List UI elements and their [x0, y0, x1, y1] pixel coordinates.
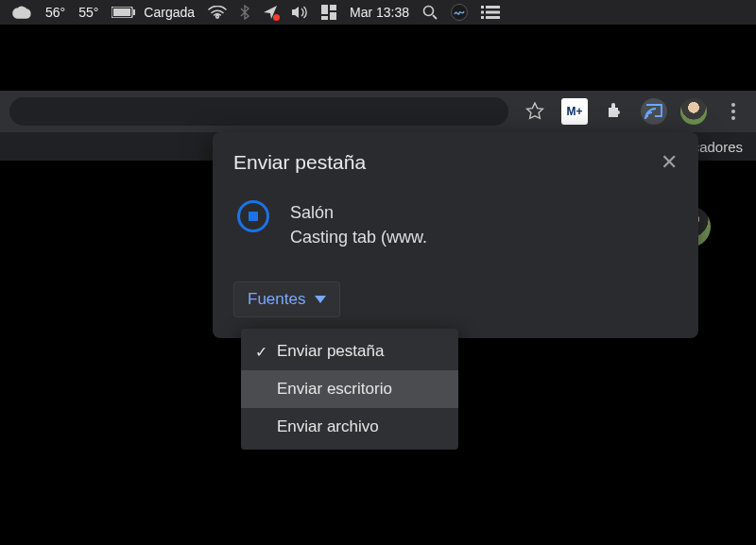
creative-cloud-icon[interactable] [11, 6, 32, 19]
check-icon: ✓ [252, 343, 269, 361]
svg-rect-3 [321, 5, 328, 14]
sources-label: Fuentes [248, 290, 305, 309]
bluetooth-icon[interactable] [240, 5, 249, 20]
movistar-ext-icon[interactable]: M+ [561, 98, 588, 125]
volume-icon[interactable] [291, 6, 308, 19]
sources-button[interactable]: Fuentes [233, 281, 340, 317]
close-icon[interactable]: ✕ [661, 152, 678, 173]
cast-device-row[interactable]: Salón Casting tab (www. [237, 200, 678, 249]
svg-rect-13 [486, 11, 500, 14]
svg-rect-6 [321, 16, 328, 20]
cast-icon[interactable] [641, 98, 667, 125]
svg-rect-14 [481, 16, 484, 19]
svg-rect-2 [133, 9, 135, 15]
kebab-menu-icon[interactable] [720, 98, 747, 125]
spotlight-icon[interactable] [422, 5, 438, 20]
source-option-label: Enviar archivo [277, 417, 379, 436]
location-icon[interactable] [263, 5, 278, 20]
battery-status[interactable]: Cargada [112, 5, 195, 20]
profile-avatar[interactable] [680, 98, 707, 125]
svg-line-8 [433, 15, 437, 19]
source-option-file[interactable]: Enviar archivo [241, 408, 458, 446]
svg-point-7 [424, 7, 434, 16]
svg-rect-11 [486, 6, 500, 9]
sources-dropdown: ✓ Enviar pestaña Enviar escritorio Envia… [241, 329, 458, 450]
temp-2[interactable]: 55° [78, 5, 98, 20]
temp-1[interactable]: 56° [45, 5, 65, 20]
svg-rect-15 [486, 16, 500, 19]
svg-rect-1 [113, 9, 130, 16]
source-option-tab[interactable]: ✓ Enviar pestaña [241, 332, 458, 370]
battery-label: Cargada [144, 5, 195, 20]
chevron-down-icon [315, 296, 326, 303]
browser-toolbar: M+ [0, 91, 756, 132]
svg-rect-5 [330, 12, 336, 20]
cast-panel: Enviar pestaña ✕ Salón Casting tab (www.… [213, 132, 698, 338]
grid-icon[interactable] [321, 5, 336, 20]
source-option-label: Enviar escritorio [277, 380, 392, 399]
stop-cast-icon[interactable] [237, 200, 269, 232]
svg-rect-12 [481, 11, 484, 14]
star-icon[interactable] [522, 98, 548, 125]
source-option-label: Enviar pestaña [277, 342, 384, 361]
cast-panel-title: Enviar pestaña [233, 151, 661, 174]
siri-icon[interactable] [451, 4, 468, 21]
cast-device-name: Salón [290, 200, 427, 225]
list-icon[interactable] [481, 6, 500, 19]
source-option-desktop[interactable]: Enviar escritorio [241, 370, 458, 408]
macos-menubar: 56° 55° Cargada Mar 13:38 [0, 0, 756, 25]
address-bar[interactable] [9, 97, 508, 126]
cast-device-status: Casting tab (www. [290, 225, 427, 249]
svg-rect-10 [481, 6, 484, 9]
svg-rect-4 [330, 5, 336, 10]
extensions-icon[interactable] [601, 98, 627, 125]
wifi-icon[interactable] [208, 6, 227, 19]
window-gap [0, 25, 756, 91]
clock[interactable]: Mar 13:38 [350, 5, 409, 20]
